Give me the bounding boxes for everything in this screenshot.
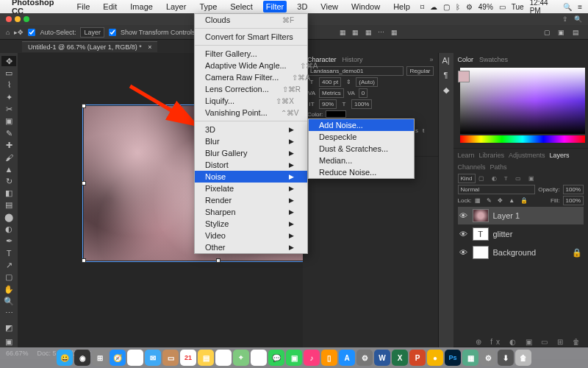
filter-lens-correction[interactable]: Lens Correction...⇧⌘R xyxy=(195,83,307,95)
transform-handle[interactable] xyxy=(82,104,86,108)
menu-layer[interactable]: Layer xyxy=(163,1,190,13)
auto-select-dropdown[interactable]: Layer xyxy=(80,27,104,38)
zoom-tool[interactable]: 🔍 xyxy=(1,296,16,306)
dock-facetime[interactable]: ▣ xyxy=(286,350,302,366)
clock-day[interactable]: Tue xyxy=(512,3,524,11)
filter-blur[interactable]: Blur▶ xyxy=(195,135,307,147)
visibility-icon[interactable]: 👁 xyxy=(459,230,468,238)
type-tool[interactable]: T xyxy=(1,248,16,258)
hue-slider[interactable] xyxy=(460,135,585,143)
tab-libraries[interactable]: Libraries xyxy=(479,152,505,159)
document-tab[interactable]: Untitled-1 @ 66.7% (Layer 1, RGB/8) * × xyxy=(22,41,157,52)
menu-window[interactable]: Window xyxy=(348,1,383,13)
transform-handle[interactable] xyxy=(216,258,220,263)
filter-video[interactable]: Video▶ xyxy=(195,230,307,241)
notification-icon[interactable]: ≡ xyxy=(578,3,582,11)
window-min-icon[interactable] xyxy=(15,16,21,22)
visibility-icon[interactable]: 👁 xyxy=(459,248,468,257)
filter-camera-raw[interactable]: Camera Raw Filter...⇧⌘A xyxy=(195,71,307,83)
dock-photos[interactable]: ✿ xyxy=(251,350,267,366)
window-max-icon[interactable] xyxy=(24,16,29,22)
menu-3d[interactable]: 3D xyxy=(294,1,310,13)
dock-appstore[interactable]: A xyxy=(339,350,355,366)
heal-tool[interactable]: ✚ xyxy=(1,140,16,150)
font-size-field[interactable]: 400 pt xyxy=(319,77,341,87)
fill-field[interactable]: 100% xyxy=(563,196,584,205)
tab-history[interactable]: History xyxy=(343,56,363,63)
move-tool[interactable]: ✥ xyxy=(1,56,16,66)
blend-mode-dropdown[interactable]: Normal xyxy=(458,185,536,194)
font-family-dropdown[interactable]: Landasans_demo01 xyxy=(307,66,404,76)
display-icon[interactable]: ▢ xyxy=(443,3,450,11)
menu-file[interactable]: File xyxy=(74,1,93,13)
font-style-dropdown[interactable]: Regular xyxy=(406,66,433,76)
dock-finder[interactable]: 😀 xyxy=(57,350,73,366)
dropbox-icon[interactable]: ⌑ xyxy=(420,3,424,11)
bluetooth-icon[interactable]: ᛒ xyxy=(456,3,460,11)
filter-render[interactable]: Render▶ xyxy=(195,194,307,206)
dock-extra1[interactable]: ▦ xyxy=(462,350,478,366)
filter-distort[interactable]: Distort▶ xyxy=(195,159,307,171)
panel-collapse-icon[interactable]: » xyxy=(429,56,433,63)
menu-type[interactable]: Type xyxy=(196,1,220,13)
paragraph-panel-icon[interactable]: ¶ xyxy=(444,71,448,79)
app-menu[interactable]: Photoshop CC xyxy=(12,0,67,15)
quickmask-tool[interactable]: ▣ xyxy=(1,337,16,347)
workspace-icons[interactable]: ▢ ▣ ▤ xyxy=(544,29,582,36)
tab-channels[interactable]: Channels xyxy=(458,163,486,171)
hscale-field[interactable]: 100% xyxy=(351,99,372,109)
visibility-icon[interactable]: 👁 xyxy=(459,211,468,220)
edit-toolbar[interactable]: ⋯ xyxy=(1,308,16,319)
dock-gotomeeting[interactable]: ● xyxy=(427,350,443,366)
filter-vanishing-point[interactable]: Vanishing Point...⌃⌘V xyxy=(195,107,307,118)
dock-utilities[interactable]: ⚙ xyxy=(356,350,373,366)
blur-tool[interactable]: ⬤ xyxy=(1,212,16,222)
lock-buttons[interactable]: ▦ ✎ ✥ ▲ 🔒 xyxy=(475,197,531,204)
wand-tool[interactable]: ✦ xyxy=(1,92,16,102)
lasso-tool[interactable]: ⌇ xyxy=(1,80,16,91)
char-panel-icon[interactable]: A| xyxy=(442,56,449,65)
menu-view[interactable]: View xyxy=(318,1,341,13)
tab-close-icon[interactable]: × xyxy=(148,43,151,51)
dock-notes[interactable]: ▤ xyxy=(198,350,214,366)
menu-edit[interactable]: Edit xyxy=(100,1,120,13)
leading-field[interactable]: (Auto) xyxy=(356,77,378,87)
dock-photoshop[interactable]: Ps xyxy=(445,350,461,366)
filter-convert-smart[interactable]: Convert for Smart Filters xyxy=(195,31,307,43)
layer-name[interactable]: Layer 1 xyxy=(493,211,520,220)
dock-mail[interactable]: ✉ xyxy=(145,350,161,366)
window-close-icon[interactable] xyxy=(6,16,12,22)
dock-excel[interactable]: X xyxy=(392,350,408,366)
tab-swatches[interactable]: Swatches xyxy=(479,56,508,63)
transform-handle[interactable] xyxy=(82,181,86,185)
text-color-swatch[interactable] xyxy=(326,110,346,118)
filter-liquify[interactable]: Liquify...⇧⌘X xyxy=(195,95,307,107)
crop-tool[interactable]: ✂ xyxy=(1,104,16,114)
auto-select-checkbox[interactable] xyxy=(28,29,35,36)
dodge-tool[interactable]: ◐ xyxy=(1,224,16,234)
tracking-field[interactable]: Metrics xyxy=(319,88,344,98)
clock-time[interactable]: 12:44 PM xyxy=(530,0,558,15)
layer-name[interactable]: glitter xyxy=(493,230,513,238)
dock-reminders[interactable]: ▤ xyxy=(215,350,232,366)
layer-thumb[interactable]: T xyxy=(473,227,489,241)
noise-despeckle[interactable]: Despeckle xyxy=(309,131,414,143)
filter-sharpen[interactable]: Sharpen▶ xyxy=(195,206,307,218)
filter-last[interactable]: Clouds⌘F xyxy=(195,14,307,26)
filter-noise[interactable]: Noise▶ xyxy=(195,171,307,183)
layer-row[interactable]: 👁 Layer 1 xyxy=(458,207,584,225)
wifi-icon[interactable]: ⚙ xyxy=(466,3,473,11)
styles-panel-icon[interactable]: ◆ xyxy=(443,85,449,95)
share-icon[interactable]: ⇪ xyxy=(562,15,568,23)
dock-trash[interactable]: 🗑 xyxy=(515,350,531,366)
layers-footer-buttons[interactable]: ⊕ fx ◐ ▣ ▭ ⊞ 🗑 xyxy=(476,338,584,346)
dock-ibooks[interactable]: ▯ xyxy=(321,350,337,366)
color-swap[interactable]: ◩ xyxy=(1,320,16,336)
dock-siri[interactable]: ◉ xyxy=(74,350,90,366)
path-tool[interactable]: ↗ xyxy=(1,260,16,270)
cloud-icon[interactable]: ☁ xyxy=(430,3,437,11)
dock-calendar[interactable]: 21 xyxy=(180,350,196,366)
layer-row[interactable]: 👁 Background 🔒 xyxy=(458,244,584,262)
filter-blur-gallery[interactable]: Blur Gallery▶ xyxy=(195,147,307,159)
tab-layers[interactable]: Layers xyxy=(550,152,570,159)
